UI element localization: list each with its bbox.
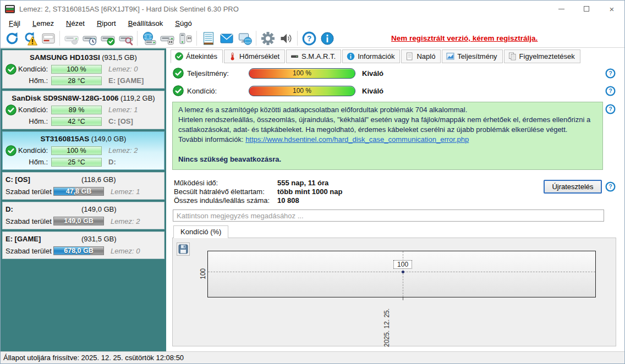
tab-log[interactable]: Napló (401, 49, 441, 63)
performance-label: Teljesítmény: (187, 69, 249, 78)
menu-settings[interactable]: Beállítások (122, 18, 169, 29)
help-icon[interactable] (605, 68, 616, 79)
data-point (402, 271, 404, 273)
maximize-button[interactable] (574, 1, 599, 17)
log-icon[interactable] (199, 30, 217, 47)
tab-strip: Áttekintés Hőmérséklet S.M.A.R.T. Inform… (171, 49, 580, 63)
settings-gear-icon[interactable] (259, 30, 277, 47)
chart-icon (446, 52, 454, 60)
menu-view[interactable]: Nézet (60, 18, 91, 29)
menu-bar: Fájl Lemez Nézet Riport Beállítások Súgó (1, 17, 624, 29)
tab-performance[interactable]: Teljesítmény (442, 49, 502, 63)
toolbar-separator (256, 31, 256, 46)
temperature-label: Hőm.: (18, 158, 51, 166)
tab-information[interactable]: Információk (342, 49, 400, 63)
comment-input[interactable] (173, 209, 604, 222)
condition-label: Kondíció: (187, 87, 249, 95)
x-axis-tick: 2025. 12. 25. (383, 303, 427, 347)
performance-row: Teljesítmény: 100 % Kiváló (172, 67, 383, 79)
floppy-disk-icon (178, 244, 188, 254)
documents-icon (508, 52, 517, 60)
toolbar-separator (59, 31, 60, 46)
disk-number: Lemez: 1 (108, 106, 138, 114)
disk-surface-test-icon[interactable] (117, 30, 135, 47)
performance-bar: 100 % (249, 68, 355, 79)
condition-label: Kondíció: (18, 146, 51, 155)
disk-card-sandisk[interactable]: SanDisk SD9SN8W-128G-1006 (119,2 GB) Kon… (2, 91, 165, 129)
help-icon[interactable] (605, 104, 616, 114)
performance-rating: Kiváló (362, 69, 383, 78)
disk-card-samsung[interactable]: SAMSUNG HD103SI (931,5 GB) Kondíció: 100… (2, 50, 165, 89)
minimize-button[interactable] (549, 1, 574, 17)
menu-report[interactable]: Riport (91, 18, 122, 29)
tab-warnings[interactable]: Figyelmeztetések (504, 49, 580, 63)
tab-overview[interactable]: Áttekintés (171, 49, 223, 63)
partition-size: (149,0 GB) (81, 205, 117, 213)
free-space-bar: 678,0 GB (53, 246, 104, 255)
overview-panel: Áttekintés Hőmérséklet S.M.A.R.T. Inform… (166, 48, 624, 351)
start-stop-label: Összes indulás/leállás száma: (174, 196, 277, 205)
info-icon (347, 52, 355, 60)
network-disk-icon[interactable] (140, 30, 158, 47)
message-action: Nincs szükség beavatkozásra. (178, 155, 597, 164)
help-icon[interactable] (605, 86, 616, 96)
free-space-bar: 47,8 GB (53, 187, 104, 196)
retest-button[interactable]: Újratesztelés (544, 180, 602, 194)
status-ok-icon (6, 104, 17, 115)
refresh-warning-icon[interactable] (21, 30, 39, 47)
remote-monitor-icon[interactable] (235, 30, 254, 47)
help-icon[interactable] (605, 181, 616, 192)
registration-notice-link[interactable]: Nem regisztrált verzió, kérem regisztrál… (391, 34, 538, 42)
disk-title: ST3160815AS (149,0 GB) (4, 133, 162, 145)
tab-temperature[interactable]: Hőmérséklet (224, 49, 285, 63)
menu-file[interactable]: Fájl (3, 18, 26, 29)
chart-tab-condition[interactable]: Kondíció (%) (173, 225, 228, 238)
more-info-link[interactable]: https://www.hdsentinel.com/hard_disk_cas… (245, 135, 469, 144)
x-axis-tickmark (403, 297, 403, 300)
partition-card-e[interactable]: E: [GAME] (931,5 GB) Szabad terület 678,… (2, 231, 165, 259)
gridline-vertical (403, 251, 403, 297)
menu-help[interactable]: Súgó (169, 18, 198, 29)
partition-card-d[interactable]: D: (149,0 GB) Szabad terület 149,0 GB Le… (2, 202, 165, 229)
partition-card-c[interactable]: C: [OS] (118,6 GB) Szabad terület 47,8 G… (2, 172, 165, 200)
save-chart-button[interactable] (177, 242, 190, 256)
disk-accept-icon[interactable] (98, 30, 117, 47)
menu-disk[interactable]: Lemez (26, 18, 60, 29)
message-line2: Hirtelen rendszerleállás, összeomlás, új… (178, 115, 597, 135)
partition-name: E: [GAME] (6, 235, 41, 243)
info-icon[interactable] (318, 30, 336, 47)
status-bar: Állapot utoljára frissítve: 2025. 12. 25… (1, 351, 624, 363)
tab-smart[interactable]: S.M.A.R.T. (286, 49, 341, 63)
sound-icon[interactable] (277, 30, 295, 47)
lifetime-label: Becsült hátralévő élettartam: (174, 187, 277, 196)
free-space-label: Szabad terület (4, 247, 53, 255)
disk-offline-icon[interactable] (62, 30, 80, 47)
refresh-icon[interactable] (3, 30, 21, 47)
drive-letter: D: (108, 158, 116, 166)
help-icon[interactable] (300, 30, 318, 47)
drive-letter: C: [OS] (108, 117, 133, 125)
drive-letter: E: [GAME] (108, 76, 144, 85)
disk-connect-icon[interactable] (176, 30, 194, 47)
condition-label: Kondíció: (18, 65, 51, 73)
disk-schedule-icon[interactable] (80, 30, 98, 47)
disk-number: Lemez: 2 (111, 217, 140, 225)
disk-number: Lemez: 0 (111, 247, 140, 255)
partition-name: D: (6, 205, 13, 213)
disk-title: SAMSUNG HD103SI (931,5 GB) (4, 51, 162, 63)
power-on-time-value: 555 nap, 11 óra (277, 179, 328, 187)
condition-bar: 100 % (51, 146, 102, 155)
report-icon[interactable] (39, 30, 57, 47)
status-ok-icon (6, 145, 17, 156)
y-axis-tick: 100 (199, 266, 207, 282)
status-ok-icon (6, 64, 17, 75)
partition-name: C: [OS] (6, 175, 30, 184)
condition-bar: 100 % (249, 86, 355, 96)
close-button[interactable]: × (599, 1, 624, 17)
window-title: Lemez: 2, ST3160815AS [6RX1JT9K] - Hard … (19, 5, 239, 13)
mail-icon[interactable] (217, 30, 235, 47)
free-space-label: Szabad terület (4, 217, 53, 225)
temperature-label: Hőm.: (18, 117, 51, 125)
disk-power-icon[interactable] (158, 30, 176, 47)
disk-card-seagate-selected[interactable]: ST3160815AS (149,0 GB) Kondíció: 100 % L… (2, 131, 165, 170)
